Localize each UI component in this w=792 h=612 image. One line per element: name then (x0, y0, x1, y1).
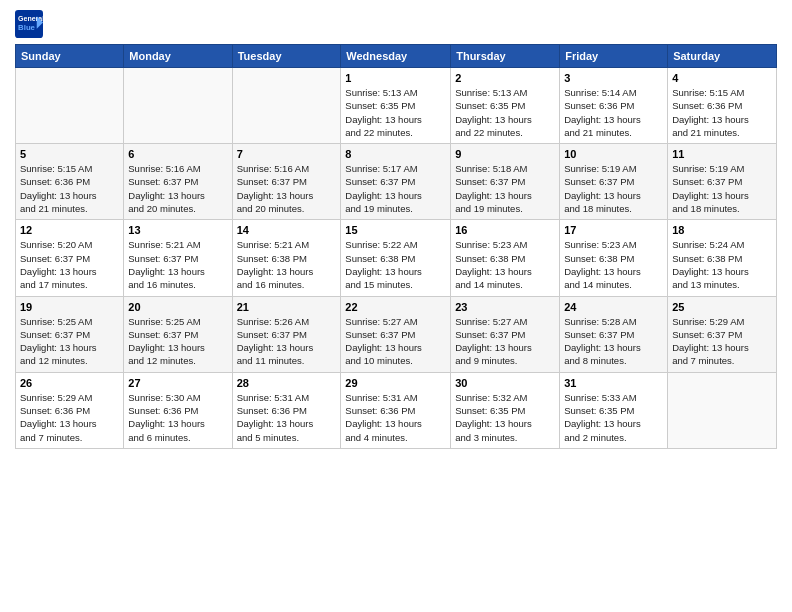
weekday-header-tuesday: Tuesday (232, 45, 341, 68)
day-info: Sunrise: 5:32 AM Sunset: 6:35 PM Dayligh… (455, 391, 555, 444)
day-info: Sunrise: 5:15 AM Sunset: 6:36 PM Dayligh… (672, 86, 772, 139)
day-number: 11 (672, 148, 772, 160)
weekday-header-thursday: Thursday (451, 45, 560, 68)
calendar-cell (124, 68, 232, 144)
calendar-cell: 11Sunrise: 5:19 AM Sunset: 6:37 PM Dayli… (668, 144, 777, 220)
calendar-cell: 1Sunrise: 5:13 AM Sunset: 6:35 PM Daylig… (341, 68, 451, 144)
calendar-cell: 28Sunrise: 5:31 AM Sunset: 6:36 PM Dayli… (232, 372, 341, 448)
calendar-body: 1Sunrise: 5:13 AM Sunset: 6:35 PM Daylig… (16, 68, 777, 449)
day-number: 8 (345, 148, 446, 160)
day-info: Sunrise: 5:26 AM Sunset: 6:37 PM Dayligh… (237, 315, 337, 368)
calendar-cell: 14Sunrise: 5:21 AM Sunset: 6:38 PM Dayli… (232, 220, 341, 296)
day-info: Sunrise: 5:25 AM Sunset: 6:37 PM Dayligh… (128, 315, 227, 368)
day-number: 6 (128, 148, 227, 160)
day-number: 10 (564, 148, 663, 160)
day-number: 20 (128, 301, 227, 313)
day-number: 22 (345, 301, 446, 313)
svg-text:Blue: Blue (18, 23, 36, 32)
day-info: Sunrise: 5:30 AM Sunset: 6:36 PM Dayligh… (128, 391, 227, 444)
day-number: 14 (237, 224, 337, 236)
calendar-header: SundayMondayTuesdayWednesdayThursdayFrid… (16, 45, 777, 68)
day-info: Sunrise: 5:21 AM Sunset: 6:37 PM Dayligh… (128, 238, 227, 291)
calendar-week-row: 26Sunrise: 5:29 AM Sunset: 6:36 PM Dayli… (16, 372, 777, 448)
calendar-cell: 2Sunrise: 5:13 AM Sunset: 6:35 PM Daylig… (451, 68, 560, 144)
calendar-cell: 18Sunrise: 5:24 AM Sunset: 6:38 PM Dayli… (668, 220, 777, 296)
weekday-header-sunday: Sunday (16, 45, 124, 68)
day-number: 9 (455, 148, 555, 160)
day-number: 26 (20, 377, 119, 389)
calendar-cell: 23Sunrise: 5:27 AM Sunset: 6:37 PM Dayli… (451, 296, 560, 372)
day-info: Sunrise: 5:17 AM Sunset: 6:37 PM Dayligh… (345, 162, 446, 215)
calendar-cell: 7Sunrise: 5:16 AM Sunset: 6:37 PM Daylig… (232, 144, 341, 220)
calendar-cell: 22Sunrise: 5:27 AM Sunset: 6:37 PM Dayli… (341, 296, 451, 372)
day-number: 27 (128, 377, 227, 389)
weekday-header-monday: Monday (124, 45, 232, 68)
calendar-cell: 25Sunrise: 5:29 AM Sunset: 6:37 PM Dayli… (668, 296, 777, 372)
day-info: Sunrise: 5:23 AM Sunset: 6:38 PM Dayligh… (564, 238, 663, 291)
calendar-cell: 26Sunrise: 5:29 AM Sunset: 6:36 PM Dayli… (16, 372, 124, 448)
weekday-header-wednesday: Wednesday (341, 45, 451, 68)
calendar-cell (232, 68, 341, 144)
day-info: Sunrise: 5:23 AM Sunset: 6:38 PM Dayligh… (455, 238, 555, 291)
calendar-cell: 30Sunrise: 5:32 AM Sunset: 6:35 PM Dayli… (451, 372, 560, 448)
day-number: 24 (564, 301, 663, 313)
calendar-container: General Blue SundayMondayTuesdayWednesda… (0, 0, 792, 459)
day-number: 3 (564, 72, 663, 84)
calendar-cell: 10Sunrise: 5:19 AM Sunset: 6:37 PM Dayli… (560, 144, 668, 220)
day-info: Sunrise: 5:21 AM Sunset: 6:38 PM Dayligh… (237, 238, 337, 291)
day-info: Sunrise: 5:27 AM Sunset: 6:37 PM Dayligh… (455, 315, 555, 368)
calendar-cell: 12Sunrise: 5:20 AM Sunset: 6:37 PM Dayli… (16, 220, 124, 296)
day-info: Sunrise: 5:13 AM Sunset: 6:35 PM Dayligh… (455, 86, 555, 139)
calendar-cell: 24Sunrise: 5:28 AM Sunset: 6:37 PM Dayli… (560, 296, 668, 372)
calendar-cell: 15Sunrise: 5:22 AM Sunset: 6:38 PM Dayli… (341, 220, 451, 296)
day-info: Sunrise: 5:31 AM Sunset: 6:36 PM Dayligh… (345, 391, 446, 444)
logo: General Blue (15, 10, 47, 38)
day-number: 30 (455, 377, 555, 389)
calendar-cell: 9Sunrise: 5:18 AM Sunset: 6:37 PM Daylig… (451, 144, 560, 220)
calendar-cell: 4Sunrise: 5:15 AM Sunset: 6:36 PM Daylig… (668, 68, 777, 144)
day-number: 31 (564, 377, 663, 389)
calendar-table: SundayMondayTuesdayWednesdayThursdayFrid… (15, 44, 777, 449)
weekday-header-saturday: Saturday (668, 45, 777, 68)
day-number: 13 (128, 224, 227, 236)
calendar-cell: 6Sunrise: 5:16 AM Sunset: 6:37 PM Daylig… (124, 144, 232, 220)
day-info: Sunrise: 5:31 AM Sunset: 6:36 PM Dayligh… (237, 391, 337, 444)
day-info: Sunrise: 5:15 AM Sunset: 6:36 PM Dayligh… (20, 162, 119, 215)
day-number: 2 (455, 72, 555, 84)
calendar-cell (668, 372, 777, 448)
day-info: Sunrise: 5:28 AM Sunset: 6:37 PM Dayligh… (564, 315, 663, 368)
logo-icon: General Blue (15, 10, 43, 38)
day-info: Sunrise: 5:27 AM Sunset: 6:37 PM Dayligh… (345, 315, 446, 368)
day-number: 17 (564, 224, 663, 236)
day-number: 19 (20, 301, 119, 313)
calendar-cell: 27Sunrise: 5:30 AM Sunset: 6:36 PM Dayli… (124, 372, 232, 448)
day-info: Sunrise: 5:14 AM Sunset: 6:36 PM Dayligh… (564, 86, 663, 139)
day-number: 18 (672, 224, 772, 236)
day-number: 23 (455, 301, 555, 313)
day-number: 1 (345, 72, 446, 84)
day-number: 29 (345, 377, 446, 389)
day-info: Sunrise: 5:19 AM Sunset: 6:37 PM Dayligh… (672, 162, 772, 215)
day-number: 21 (237, 301, 337, 313)
calendar-cell: 17Sunrise: 5:23 AM Sunset: 6:38 PM Dayli… (560, 220, 668, 296)
day-info: Sunrise: 5:29 AM Sunset: 6:37 PM Dayligh… (672, 315, 772, 368)
weekday-row: SundayMondayTuesdayWednesdayThursdayFrid… (16, 45, 777, 68)
day-info: Sunrise: 5:24 AM Sunset: 6:38 PM Dayligh… (672, 238, 772, 291)
calendar-cell: 5Sunrise: 5:15 AM Sunset: 6:36 PM Daylig… (16, 144, 124, 220)
calendar-week-row: 19Sunrise: 5:25 AM Sunset: 6:37 PM Dayli… (16, 296, 777, 372)
day-info: Sunrise: 5:18 AM Sunset: 6:37 PM Dayligh… (455, 162, 555, 215)
day-info: Sunrise: 5:19 AM Sunset: 6:37 PM Dayligh… (564, 162, 663, 215)
weekday-header-friday: Friday (560, 45, 668, 68)
calendar-cell: 31Sunrise: 5:33 AM Sunset: 6:35 PM Dayli… (560, 372, 668, 448)
calendar-cell: 3Sunrise: 5:14 AM Sunset: 6:36 PM Daylig… (560, 68, 668, 144)
calendar-cell: 21Sunrise: 5:26 AM Sunset: 6:37 PM Dayli… (232, 296, 341, 372)
day-number: 12 (20, 224, 119, 236)
calendar-cell: 8Sunrise: 5:17 AM Sunset: 6:37 PM Daylig… (341, 144, 451, 220)
day-info: Sunrise: 5:25 AM Sunset: 6:37 PM Dayligh… (20, 315, 119, 368)
calendar-cell: 19Sunrise: 5:25 AM Sunset: 6:37 PM Dayli… (16, 296, 124, 372)
day-number: 4 (672, 72, 772, 84)
day-number: 28 (237, 377, 337, 389)
calendar-cell: 13Sunrise: 5:21 AM Sunset: 6:37 PM Dayli… (124, 220, 232, 296)
day-number: 5 (20, 148, 119, 160)
day-info: Sunrise: 5:29 AM Sunset: 6:36 PM Dayligh… (20, 391, 119, 444)
